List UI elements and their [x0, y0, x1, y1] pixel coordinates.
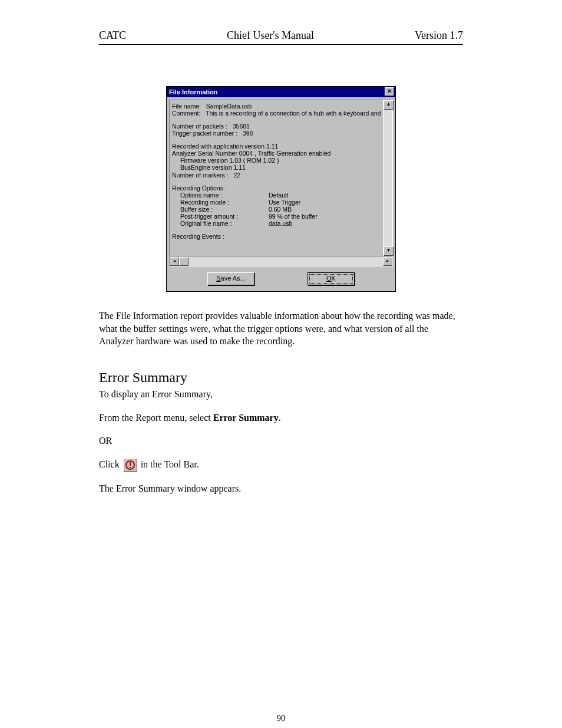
scroll-down-icon[interactable]: ▼ [384, 246, 394, 256]
opt-buffer-size-value: 0.60 MB [269, 206, 292, 213]
header-rule [99, 44, 463, 45]
svg-rect-1 [130, 462, 131, 466]
firmware-line: Firmware version 1.03 ( ROM 1.02 ) [172, 157, 381, 164]
header-right: Version 1.7 [415, 29, 463, 42]
opt-buffer-size-label: Buffer size : [180, 206, 269, 213]
scroll-thumb[interactable] [179, 257, 189, 266]
vertical-scrollbar[interactable]: ▲ ▼ [384, 100, 393, 256]
num-markers-label: Number of markers : [172, 172, 229, 179]
dialog-titlebar[interactable]: File Information ✕ [167, 87, 395, 97]
paragraph-click-toolbar: Click in the Tool Bar. [99, 458, 463, 472]
opt-orig-file-label: Original file name : [180, 220, 269, 227]
scroll-up-icon[interactable]: ▲ [384, 100, 394, 110]
dialog-title: File Information [169, 88, 218, 95]
comment-label: Comment: [172, 110, 200, 117]
file-name-label: File name: [172, 103, 201, 110]
num-packets-label: Number of packets : [172, 123, 227, 130]
trigger-packet-value: 398 [243, 130, 253, 137]
num-markers-value: 22 [233, 172, 240, 179]
recording-events-header: Recording Events : [172, 233, 381, 240]
scroll-right-icon[interactable]: ▸ [383, 257, 392, 266]
opt-options-name-value: Default [269, 192, 288, 199]
recording-options-header: Recording Options : [172, 185, 381, 192]
analyzer-serial-line: Analyzer Serial Number 0004 , Traffic Ge… [172, 150, 381, 157]
paragraph-file-info: The File Information report provides val… [99, 309, 463, 348]
ok-button[interactable]: OK [308, 272, 355, 285]
opt-post-trigger-label: Post-trigger amount : [180, 213, 269, 220]
horizontal-scrollbar[interactable]: ◂ ▸ [169, 256, 393, 266]
save-as-button[interactable]: Save As... [207, 272, 254, 285]
close-icon[interactable]: ✕ [385, 87, 394, 96]
paragraph-window-appears: The Error Summary window appears. [99, 482, 463, 495]
page-number: 90 [99, 713, 463, 723]
file-name-value: SampleData.usb [206, 103, 252, 110]
header-center: Chief User's Manual [227, 29, 314, 42]
header-left: CATC [99, 29, 126, 42]
num-packets-value: 35681 [233, 123, 250, 130]
busengine-line: BusEngine version 1.11 [172, 164, 381, 171]
scroll-left-icon[interactable]: ◂ [170, 257, 179, 266]
opt-options-name-label: Options name : [180, 192, 269, 199]
paragraph-or: OR [99, 434, 463, 447]
recorded-with-line: Recorded with application version 1.11 [172, 143, 381, 150]
opt-recording-mode-value: Use Trigger [269, 199, 300, 206]
error-summary-toolbar-icon[interactable] [123, 459, 137, 472]
page-header: CATC Chief User's Manual Version 1.7 [99, 29, 463, 44]
svg-rect-2 [130, 467, 131, 468]
trigger-packet-label: Trigger packet number : [172, 130, 237, 137]
opt-orig-file-value: data.usb [269, 220, 292, 227]
dialog-text-area: File name: SampleData.usb Comment: This … [169, 100, 384, 256]
paragraph-report-menu: From the Report menu, select Error Summa… [99, 411, 463, 424]
file-information-dialog: File Information ✕ File name: SampleData… [166, 86, 396, 292]
body-content: The File Information report provides val… [99, 309, 463, 495]
paragraph-display-error: To display an Error Summary, [99, 388, 463, 401]
opt-recording-mode-label: Recording mode : [180, 199, 269, 206]
opt-post-trigger-value: 99 % of the buffer [269, 213, 318, 220]
comment-value: This is a recording of a connection of a… [206, 110, 381, 117]
section-heading-error-summary: Error Summary [99, 368, 463, 387]
